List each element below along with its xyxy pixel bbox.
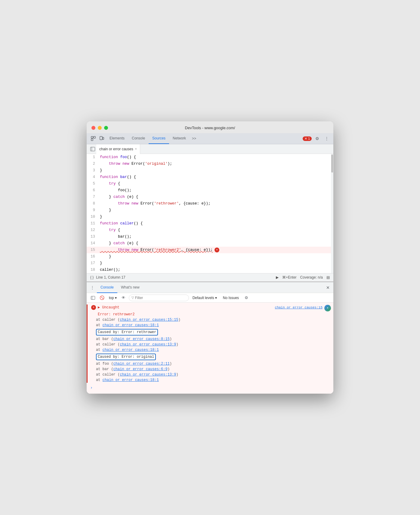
link-bar-1[interactable]: chain or error causes:8:15: [113, 337, 170, 341]
error-source-link[interactable]: chain or error causes:15: [275, 305, 323, 310]
sidebar-toggle-icon[interactable]: [89, 145, 96, 153]
code-line-9: 9 }: [87, 207, 333, 214]
link-bar-2[interactable]: chain or error causes:6:9: [113, 367, 168, 371]
svg-rect-2: [91, 139, 93, 141]
file-tab-chain-error[interactable]: chain or error causes ×: [96, 144, 140, 154]
at-caller-2-row: at caller (chain or error causes:13:9): [88, 342, 333, 347]
format-braces-icon[interactable]: { }: [90, 275, 94, 279]
error-rethrower2-row: Error: rethrower2: [88, 312, 333, 317]
chevron-down-icon: ▾: [115, 296, 117, 300]
link-caller-3[interactable]: chain or error causes:13:9: [120, 373, 176, 377]
at-chain-18-2-row: at chain or error causes:18:1: [88, 347, 333, 353]
link-chain-18-1[interactable]: chain or error causes:18:1: [103, 323, 159, 327]
at-bar-2-row: at bar (chain or error causes:6:9): [88, 367, 333, 372]
link-foo-1[interactable]: chain or error causes:2:11: [113, 362, 170, 366]
code-editor: 1 function foo() { 2 throw new Error('or…: [87, 154, 333, 273]
devtools-window: DevTools - www.google.com/ Elements Cons…: [87, 121, 333, 394]
at-chain-18-3-row: at chain or error causes:18:1: [88, 377, 333, 383]
code-line-11: 11 function caller() {: [87, 220, 333, 227]
execution-context-selector[interactable]: top ▾: [107, 295, 119, 301]
close-button[interactable]: [91, 126, 95, 130]
scrollbar-thumb[interactable]: [331, 154, 333, 173]
console-sidebar-toggle[interactable]: [89, 294, 97, 302]
console-close-icon[interactable]: ✕: [326, 285, 330, 290]
link-chain-18-3[interactable]: chain or error causes:18:1: [103, 378, 159, 382]
link-chain-18-2[interactable]: chain or error causes:18:1: [103, 348, 159, 352]
code-line-14: 14 } catch (e) {: [87, 240, 333, 247]
status-bar: { } Line 1, Column 17 ▶ ⌘+Enter Coverage…: [87, 273, 333, 282]
clear-console-icon[interactable]: 🚫: [98, 294, 106, 302]
device-toolbar-icon[interactable]: [97, 133, 106, 144]
maximize-button[interactable]: [104, 126, 108, 130]
svg-rect-1: [94, 136, 95, 138]
devtools-right-controls: ✕ 1 ⚙ ⋮: [303, 133, 331, 144]
eye-icon[interactable]: 👁: [120, 294, 128, 302]
svg-rect-5: [91, 147, 95, 151]
svg-rect-0: [91, 136, 93, 138]
error-marker: ✕: [215, 248, 219, 252]
code-line-12: 12 try {: [87, 227, 333, 233]
tab-sources[interactable]: Sources: [149, 133, 169, 144]
at-bar-1-row: at bar (chain or error causes:8:15): [88, 336, 333, 342]
code-line-18: 18 caller();: [87, 267, 333, 273]
tab-network[interactable]: Network: [169, 133, 190, 144]
tab-elements[interactable]: Elements: [106, 133, 128, 144]
file-tab-close-icon[interactable]: ×: [135, 147, 137, 151]
cursor-position: Line 1, Column 17: [96, 275, 125, 279]
minimize-button[interactable]: [98, 126, 102, 130]
svg-rect-4: [103, 137, 104, 139]
at-foo-1-row: at foo (chain or error causes:2:11): [88, 361, 333, 367]
link-caller-1[interactable]: chain or error causes:15:15: [120, 318, 178, 322]
code-line-1: 1 function foo() {: [87, 154, 333, 161]
code-line-6: 6 foo();: [87, 187, 333, 194]
console-output: ✕ ▶ Uncaught chain or error causes:15 ✦ …: [87, 303, 333, 394]
at-chain-18-1-row: at chain or error causes:18:1: [88, 323, 333, 328]
run-icon[interactable]: ▶: [276, 275, 279, 279]
more-tabs-button[interactable]: >>: [190, 133, 199, 144]
caused-by-box-1: Caused by: Error: rethrower: [96, 329, 158, 336]
run-shortcut: ⌘+Enter: [282, 275, 297, 279]
code-line-8: 8 throw new Error('rethrower', {cause: e…: [87, 200, 333, 207]
more-options-icon[interactable]: ⋮: [323, 133, 331, 144]
file-tabbar: chain or error causes ×: [87, 144, 333, 154]
code-line-3: 3 }: [87, 167, 333, 174]
code-line-17: 17 }: [87, 260, 333, 267]
link-caller-2[interactable]: chain or error causes:13:9: [120, 342, 176, 347]
settings-icon[interactable]: ⚙: [313, 133, 321, 144]
caused-by-2-row: Caused by: Error: original: [88, 354, 333, 360]
console-settings-icon[interactable]: ⚙: [242, 294, 250, 302]
console-menu-icon[interactable]: ⋮: [90, 285, 94, 290]
devtools-tabbar: Elements Console Sources Network >> ✕ 1 …: [87, 133, 333, 144]
editor-scrollbar[interactable]: [331, 154, 333, 273]
error-badge[interactable]: ✕ 1: [303, 136, 312, 141]
code-line-10: 10 }: [87, 214, 333, 220]
uncaught-label: ▶ Uncaught: [98, 305, 275, 310]
console-uncaught-row: ✕ ▶ Uncaught chain or error causes:15 ✦: [88, 304, 333, 312]
default-levels-button[interactable]: Default levels ▾: [190, 295, 219, 301]
inspect-element-icon[interactable]: [89, 133, 97, 144]
code-line-4: 4 function bar() {: [87, 174, 333, 180]
tab-console-panel[interactable]: Console: [97, 282, 117, 293]
code-line-15: 15 throw new Error('rethrower2', {cause:…: [87, 247, 333, 253]
code-line-2: 2 throw new Error('original');: [87, 161, 333, 167]
coverage-icon[interactable]: ▤: [326, 275, 330, 279]
code-lines: 1 function foo() { 2 throw new Error('or…: [87, 154, 333, 273]
filter-icon: ▽: [131, 296, 134, 300]
titlebar: DevTools - www.google.com/: [87, 121, 333, 133]
at-caller-3-row: at caller (chain or error causes:13:9): [88, 372, 333, 377]
code-line-5: 5 try {: [87, 180, 333, 187]
window-title: DevTools - www.google.com/: [185, 126, 235, 130]
no-issues-button[interactable]: No Issues: [221, 295, 241, 301]
caused-by-box-2: Caused by: Error: original: [96, 354, 156, 360]
filter-input[interactable]: [135, 296, 186, 300]
ai-help-button[interactable]: ✦: [324, 305, 331, 311]
status-bar-right: ▶ ⌘+Enter Coverage: n/a ▤: [276, 275, 330, 279]
prompt-arrow-icon: ›: [90, 385, 93, 391]
svg-rect-3: [100, 136, 102, 140]
caused-by-1-row: Caused by: Error: rethrower: [88, 329, 333, 336]
tab-whats-new[interactable]: What's new: [117, 282, 143, 293]
tab-console[interactable]: Console: [128, 133, 149, 144]
console-toolbar: 🚫 top ▾ 👁 ▽ Default levels ▾ No Issues ⚙: [87, 293, 333, 303]
code-line-16: 16 }: [87, 253, 333, 260]
console-error-block: ✕ ▶ Uncaught chain or error causes:15 ✦ …: [87, 304, 333, 383]
